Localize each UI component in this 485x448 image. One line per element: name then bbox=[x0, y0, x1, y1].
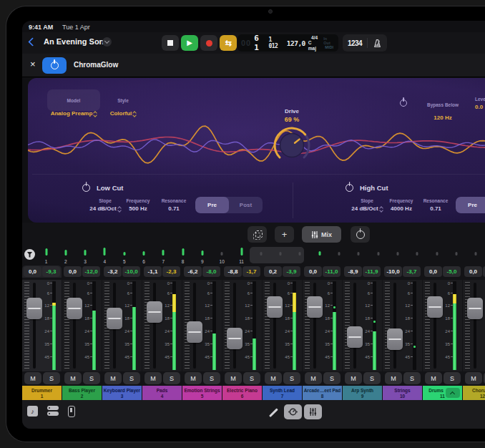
fader-cap[interactable] bbox=[187, 321, 202, 343]
mixer-view-button[interactable] bbox=[304, 404, 322, 419]
volume-value[interactable]: 0,0 bbox=[24, 266, 41, 277]
post-button[interactable]: Post bbox=[229, 197, 263, 213]
fader-groove[interactable] bbox=[33, 283, 36, 369]
fader-groove[interactable] bbox=[433, 283, 436, 369]
track-name-cell[interactable]: Arcade…eet Pad8 bbox=[303, 386, 342, 400]
peak-value[interactable]: -11,9 bbox=[363, 266, 381, 277]
overview-cell[interactable]: 11 bbox=[232, 247, 251, 265]
track-name-cell[interactable]: Synth Lead7 bbox=[263, 386, 302, 400]
add-button[interactable]: + bbox=[275, 226, 294, 243]
record-button[interactable] bbox=[200, 35, 217, 51]
overview-cell[interactable] bbox=[271, 247, 290, 265]
solo-button[interactable]: S bbox=[43, 372, 60, 384]
overview-cell[interactable]: 1 bbox=[36, 247, 56, 265]
volume-value[interactable]: 0,0 bbox=[304, 266, 322, 277]
volume-value[interactable]: -1,1 bbox=[144, 266, 162, 277]
fader-cap[interactable] bbox=[467, 298, 483, 319]
peak-value[interactable]: -1,7 bbox=[242, 266, 260, 277]
lcd-display[interactable]: 00 6 1 1 012 127,0 4/4 C maj In Out MIDI bbox=[237, 34, 338, 52]
mute-button[interactable]: M bbox=[385, 372, 402, 384]
track-name-cell[interactable]: Drummer1 bbox=[22, 386, 62, 400]
low-cut-resonance[interactable]: Resonance 0.71 bbox=[152, 198, 195, 212]
mute-button[interactable]: M bbox=[64, 372, 82, 384]
high-cut-resonance[interactable]: Resonance 0.71 bbox=[414, 198, 457, 212]
peak-value[interactable]: -3,9 bbox=[283, 266, 300, 277]
song-title[interactable]: An Evening Song bbox=[44, 37, 109, 46]
mute-button[interactable]: M bbox=[305, 372, 322, 384]
fader-cap[interactable] bbox=[427, 296, 443, 318]
volume-value[interactable]: -10,0 bbox=[384, 266, 402, 277]
pencil-icon[interactable] bbox=[269, 408, 278, 417]
overview-cell[interactable]: 6 bbox=[134, 247, 154, 265]
fader-cap[interactable] bbox=[387, 328, 403, 350]
volume-value[interactable]: -3,2 bbox=[104, 266, 122, 277]
solo-button[interactable]: S bbox=[403, 372, 421, 384]
stop-button[interactable] bbox=[162, 35, 179, 51]
track-name-cell[interactable]: Keyboard Player3 bbox=[102, 386, 142, 400]
controls-view-button[interactable] bbox=[284, 404, 302, 419]
volume-value[interactable]: 0,2 bbox=[264, 266, 282, 277]
fader-groove[interactable] bbox=[353, 283, 356, 369]
overview-cell[interactable]: 10 bbox=[212, 247, 232, 265]
solo-button[interactable]: S bbox=[203, 372, 220, 384]
mute-button[interactable]: M bbox=[465, 372, 482, 384]
fader-groove[interactable] bbox=[313, 283, 316, 369]
fader-groove[interactable] bbox=[393, 283, 396, 369]
play-button[interactable]: ▶ bbox=[181, 35, 198, 51]
overview-cell[interactable]: 4 bbox=[95, 247, 114, 265]
solo-button[interactable]: S bbox=[444, 372, 461, 384]
mute-button[interactable]: M bbox=[425, 372, 442, 384]
pre-button[interactable]: Pre bbox=[456, 197, 485, 213]
fader-groove[interactable] bbox=[273, 283, 276, 369]
overview-cell[interactable] bbox=[466, 247, 485, 265]
peak-value[interactable]: -3,7 bbox=[403, 266, 421, 277]
solo-button[interactable]: S bbox=[163, 372, 180, 384]
low-cut-power-icon[interactable] bbox=[82, 184, 90, 192]
mixer-power-button[interactable] bbox=[351, 226, 370, 243]
track-name-cell[interactable]: Emotion Strings5 bbox=[182, 386, 222, 400]
model-selector[interactable]: Model Analog Preamp bbox=[47, 89, 100, 111]
fader-cap[interactable] bbox=[107, 308, 122, 329]
overview-cell[interactable]: 7 bbox=[154, 247, 173, 265]
fader-groove[interactable] bbox=[153, 283, 156, 369]
pre-button[interactable]: Pre bbox=[195, 197, 229, 213]
collapse-chevron-button[interactable] bbox=[446, 388, 460, 398]
overview-cell[interactable] bbox=[388, 247, 407, 265]
overview-cell[interactable] bbox=[427, 247, 446, 265]
volume-value[interactable]: 0,0 bbox=[464, 266, 482, 277]
volume-value[interactable]: -6,2 bbox=[184, 266, 202, 277]
fader-groove[interactable] bbox=[233, 283, 236, 369]
solo-button[interactable]: S bbox=[83, 372, 100, 384]
fader-groove[interactable] bbox=[474, 283, 476, 369]
solo-button[interactable]: S bbox=[363, 372, 381, 384]
overview-cell[interactable]: 8 bbox=[173, 247, 192, 265]
fader-cap[interactable] bbox=[307, 296, 323, 318]
overview-cell[interactable]: 5 bbox=[114, 247, 134, 265]
filter-button[interactable] bbox=[24, 249, 35, 260]
fader-cap[interactable] bbox=[67, 298, 82, 319]
peak-value[interactable]: -5,0 bbox=[443, 266, 461, 277]
drive-knob[interactable] bbox=[270, 124, 313, 167]
overview-cell[interactable]: 9 bbox=[192, 247, 212, 265]
fader-groove[interactable] bbox=[73, 283, 76, 369]
overview-cell[interactable] bbox=[251, 247, 270, 265]
high-cut-power-icon[interactable] bbox=[346, 184, 353, 192]
loop-browser-icon[interactable]: ♪ bbox=[27, 406, 38, 417]
peak-value[interactable]: -12,0 bbox=[82, 266, 100, 277]
fader-cap[interactable] bbox=[267, 296, 283, 318]
play-surface-icon[interactable] bbox=[68, 406, 75, 417]
style-selector[interactable]: Style Colorful bbox=[102, 89, 144, 111]
mix-view-button[interactable]: Mix bbox=[302, 226, 341, 243]
overview-cell[interactable] bbox=[368, 247, 388, 265]
mute-button[interactable]: M bbox=[345, 372, 362, 384]
peak-value[interactable]: -8,0 bbox=[202, 266, 220, 277]
mute-button[interactable]: M bbox=[144, 372, 162, 384]
peak-value[interactable]: -11,0 bbox=[323, 266, 341, 277]
metronome-icon[interactable] bbox=[373, 39, 382, 48]
volume-value[interactable]: -8,9 bbox=[344, 266, 362, 277]
copy-button[interactable] bbox=[248, 226, 267, 243]
overview-cell[interactable] bbox=[290, 247, 310, 265]
volume-value[interactable]: 0,0 bbox=[64, 266, 82, 277]
count-in-button[interactable]: 1234 bbox=[348, 39, 362, 47]
peak-value[interactable]: -9,3 bbox=[42, 266, 60, 277]
